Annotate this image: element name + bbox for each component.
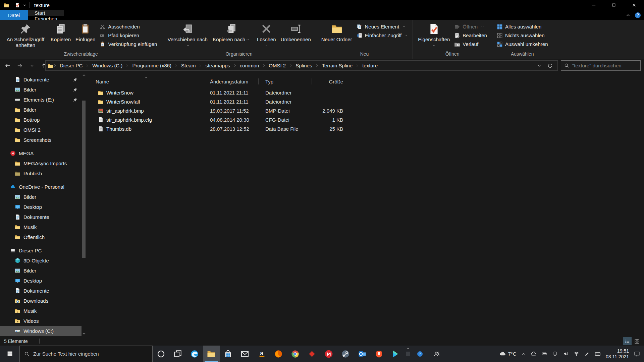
volume-tray[interactable] — [563, 346, 569, 362]
taskbar-app-task-view[interactable] — [169, 346, 186, 362]
breadcrumb-segment[interactable]: steamapps — [202, 63, 233, 68]
ribbon-button-bearbeiten[interactable]: Bearbeiten — [454, 32, 487, 39]
sidebar-item-musik[interactable]: Musik — [0, 222, 82, 232]
scroll-down-icon[interactable] — [82, 331, 86, 336]
ribbon-button-kopieren[interactable]: Kopieren — [48, 21, 73, 50]
chevron-right-icon[interactable] — [289, 64, 292, 67]
minimize-button[interactable] — [584, 0, 604, 10]
sidebar-item-bilder[interactable]: Bilder — [0, 105, 82, 115]
ribbon-button-alles-ausw-hlen[interactable]: Alles auswählen — [497, 23, 548, 31]
taskbar-app-file-explorer[interactable] — [203, 346, 220, 362]
chevron-down-icon[interactable] — [537, 64, 541, 68]
file-row[interactable]: WinterSnowfall 01.11.2021 21:11 Dateiord… — [86, 97, 644, 106]
sidebar-item-dokumente[interactable]: Dokumente — [0, 74, 82, 84]
weather-widget[interactable]: 7°C — [499, 346, 517, 362]
ribbon-button-verkn-pfung-einf-gen[interactable]: Verknüpfung einfügen — [100, 40, 157, 48]
breadcrumb-segment[interactable]: Dieser PC — [57, 63, 86, 68]
chevron-right-icon[interactable] — [199, 64, 202, 67]
sidebar-item-bottrop[interactable]: Bottrop — [0, 115, 82, 125]
sidebar-item-3d-objekte[interactable]: 3D-Objekte — [0, 255, 82, 265]
chevron-right-icon[interactable] — [174, 64, 178, 67]
column-header-name[interactable]: Name — [86, 76, 201, 87]
file-row[interactable]: WinterSnow 01.11.2021 21:11 Dateiordner — [86, 88, 644, 97]
taskbar-help-button[interactable]: ? — [412, 346, 428, 362]
search-box[interactable] — [561, 60, 641, 71]
sidebar-item-elements-e-[interactable]: Elements (E:) — [0, 95, 82, 105]
breadcrumb-segment[interactable]: Windows (C:) — [89, 63, 125, 68]
chevron-right-icon[interactable] — [86, 64, 89, 67]
network-tray[interactable] — [574, 346, 579, 362]
scroll-up-icon[interactable] — [82, 73, 86, 77]
ribbon-button-eigenschaften[interactable]: Eigenschaften — [416, 21, 452, 50]
usb-device-tray[interactable] — [552, 346, 558, 362]
sidebar-item--ffentlich[interactable]: Öffentlich — [0, 232, 82, 242]
taskbar-app-red-diamond-app[interactable] — [304, 346, 320, 362]
taskbar-search[interactable] — [19, 346, 153, 362]
sidebar-item-onedrive-personal[interactable]: OneDrive - Personal — [0, 182, 82, 192]
tray-chevron-up[interactable] — [522, 346, 526, 362]
sidebar-item-windows-c-[interactable]: Windows (C:) — [0, 326, 82, 336]
sidebar-item-dokumente[interactable]: Dokumente — [0, 286, 82, 296]
chevron-right-icon[interactable] — [233, 64, 237, 67]
taskbar-app-amazon[interactable]: a — [253, 346, 270, 362]
breadcrumb-segment[interactable]: texture — [359, 63, 381, 68]
refresh-icon[interactable] — [547, 63, 553, 68]
chevron-right-icon[interactable] — [315, 64, 319, 67]
breadcrumb-segment[interactable]: common — [237, 63, 262, 68]
ribbon-button-neues-element[interactable]: Neues Element — [357, 23, 408, 31]
file-row[interactable]: Thumbs.db 28.07.2013 12:52 Data Base Fil… — [86, 124, 644, 133]
sidebar-item-bilder[interactable]: Bilder — [0, 192, 82, 202]
battery-tray[interactable] — [542, 346, 547, 362]
taskbar-app-mega[interactable] — [320, 346, 337, 362]
scrollbar-thumb[interactable] — [82, 101, 86, 258]
start-button[interactable] — [0, 346, 19, 362]
taskbar-app-store[interactable] — [220, 346, 236, 362]
sidebar-item-omsi-2[interactable]: OMSI 2 — [0, 125, 82, 135]
ribbon-button-auswahl-umkehren[interactable]: Auswahl umkehren — [497, 40, 548, 48]
ribbon-button-neuer-ordner[interactable]: Neuer Ordner — [319, 21, 355, 50]
recent-locations-button[interactable] — [28, 61, 36, 70]
chevron-right-icon[interactable] — [125, 64, 129, 67]
taskbar-overflow[interactable] — [404, 346, 412, 362]
help-icon[interactable]: ? — [635, 12, 641, 18]
chevron-right-icon[interactable] — [356, 64, 359, 67]
chevron-down-icon[interactable] — [23, 3, 26, 7]
ribbon-button-umbenennen[interactable]: Umbenennen — [278, 21, 313, 50]
sidebar-item-rubbish[interactable]: Rubbish — [0, 168, 82, 178]
breadcrumb-segment[interactable]: OMSI 2 — [266, 63, 289, 68]
sidebar-item-screenshots[interactable]: Screenshots — [0, 135, 82, 145]
view-large-icons-button[interactable] — [633, 337, 641, 345]
pen-tray[interactable] — [584, 346, 590, 362]
sidebar-item-megasync-imports[interactable]: MEGAsync Imports — [0, 158, 82, 168]
column-header--nderungsdatum[interactable]: Änderungsdatum — [201, 76, 259, 87]
sidebar-item-downloads[interactable]: Downloads — [0, 296, 82, 306]
sidebar-item-dokumente[interactable]: Dokumente — [0, 212, 82, 222]
touch-keyboard-tray[interactable] — [595, 346, 601, 362]
ribbon-button-an-schnellzugriff-anheften[interactable]: An Schnellzugriff anheften — [3, 21, 48, 50]
chevron-right-icon[interactable] — [53, 64, 57, 67]
ribbon-button-l-schen[interactable]: Löschen — [255, 21, 278, 50]
onedrive-tray[interactable] — [531, 346, 537, 362]
back-button[interactable] — [3, 61, 12, 70]
sidebar-item-bilder[interactable]: Bilder — [0, 84, 82, 95]
ribbon-button-einf-gen[interactable]: Einfügen — [73, 21, 98, 50]
sidebar-item-desktop[interactable]: Desktop — [0, 276, 82, 286]
ribbon-button-ausschneiden[interactable]: Ausschneiden — [100, 23, 157, 31]
search-input[interactable] — [572, 63, 637, 68]
taskbar-app-chrome[interactable] — [287, 346, 304, 362]
taskbar-search-input[interactable] — [33, 351, 148, 357]
breadcrumb-segment[interactable]: Steam — [178, 63, 199, 68]
taskbar-app-steam[interactable] — [337, 346, 354, 362]
sidebar-item-musik[interactable]: ♪Musik — [0, 306, 82, 316]
properties-check-icon[interactable] — [15, 2, 20, 8]
taskbar-people-button[interactable] — [428, 346, 445, 362]
forward-button[interactable] — [15, 61, 24, 70]
taskbar-app-brave[interactable] — [371, 346, 387, 362]
ribbon-button-einfacher-zugriff[interactable]: Einfacher Zugriff — [357, 32, 408, 39]
address-bar[interactable]: Dieser PCWindows (C:)Programme (x86)Stea… — [45, 60, 558, 71]
tab-start[interactable]: Start — [28, 10, 64, 16]
breadcrumb-segment[interactable]: Terrain Spline — [319, 63, 356, 68]
sidebar-item-desktop[interactable]: Desktop — [0, 202, 82, 212]
column-header-gr-e[interactable]: Größe — [312, 76, 346, 87]
ribbon-button-kopieren-nach[interactable]: Kopieren nach — [210, 21, 252, 50]
